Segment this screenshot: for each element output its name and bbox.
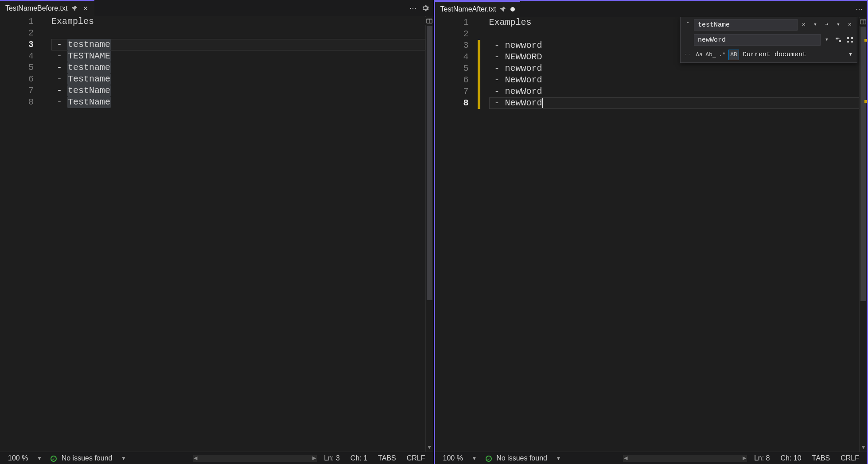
scroll-right-icon[interactable]: ▶: [312, 455, 316, 461]
zoom-dropdown-icon[interactable]: ▼: [35, 456, 43, 461]
cursor-line[interactable]: Ln: 3: [320, 454, 343, 462]
code-line[interactable]: - NewWord: [489, 97, 860, 109]
issues-status[interactable]: ✓ No issues found: [47, 454, 116, 462]
horizontal-scrollbar[interactable]: ◀ ▶: [623, 455, 747, 462]
line-number: 8: [0, 97, 34, 108]
replace-next-icon[interactable]: [833, 35, 844, 45]
zoom-level[interactable]: 100 %: [4, 454, 31, 462]
scroll-down-icon[interactable]: ▼: [860, 444, 867, 452]
line-number: 1: [0, 16, 34, 27]
split-editor-icon[interactable]: [859, 18, 867, 26]
code-line[interactable]: - Testname: [51, 73, 425, 85]
scroll-left-icon[interactable]: ◀: [624, 455, 627, 461]
issues-text: No issues found: [496, 454, 547, 462]
zoom-level[interactable]: 100 %: [440, 454, 467, 462]
code-content[interactable]: Examples - testname - TESTNAME - testnam…: [43, 16, 425, 452]
line-number: 7: [0, 85, 34, 97]
indent-mode[interactable]: TABS: [374, 454, 400, 462]
status-bar-left: 100 % ▼ ✓ No issues found ▼ ◀ ▶ Ln: 3 Ch…: [0, 452, 433, 464]
clear-search-icon[interactable]: ✕: [798, 19, 809, 30]
scroll-right-icon[interactable]: ▶: [743, 455, 746, 461]
line-number: 3: [0, 39, 34, 50]
code-line[interactable]: - newword: [489, 63, 860, 74]
code-line[interactable]: - testname: [51, 39, 425, 50]
line-number: 6: [0, 73, 34, 85]
tab-bar-right: TestNameAfter.txt ⋯: [435, 1, 868, 17]
editor-left[interactable]: 12345678 Examples - testname - TESTNAME …: [0, 16, 433, 452]
search-scope-dropdown[interactable]: Current document ▾: [740, 49, 855, 61]
ok-icon: ✓: [51, 456, 57, 462]
scroll-thumb[interactable]: [860, 27, 866, 301]
line-number-gutter: 12345678: [0, 16, 43, 452]
collapse-toggle-icon[interactable]: ˄: [682, 19, 693, 30]
line-number: 8: [435, 97, 469, 109]
code-line[interactable]: - TESTNAME: [51, 50, 425, 62]
ok-icon: ✓: [486, 456, 492, 462]
replace-all-icon[interactable]: [845, 35, 855, 45]
cursor-line[interactable]: Ln: 8: [751, 454, 774, 462]
pin-icon[interactable]: [71, 5, 78, 12]
tab-bar-left: TestNameBefore.txt ✕ ⋯: [0, 0, 433, 16]
line-number-gutter: 12345678: [435, 17, 478, 452]
scroll-thumb[interactable]: [427, 26, 432, 300]
line-number: 6: [435, 74, 469, 86]
line-number: 4: [0, 50, 34, 62]
line-number: 7: [435, 86, 469, 97]
code-line[interactable]: Examples: [51, 16, 425, 27]
find-next-icon[interactable]: ➔: [821, 19, 832, 30]
file-tab-left[interactable]: TestNameBefore.txt ✕: [0, 0, 94, 16]
issues-dropdown-icon[interactable]: ▼: [119, 456, 128, 461]
split-editor-icon[interactable]: [425, 17, 433, 25]
issues-text: No issues found: [62, 454, 113, 462]
use-regex-toggle[interactable]: .*: [717, 50, 728, 60]
eol-mode[interactable]: CRLF: [837, 454, 863, 462]
file-tab-right[interactable]: TestNameAfter.txt: [435, 1, 520, 17]
cursor-char[interactable]: Ch: 1: [347, 454, 371, 462]
more-icon[interactable]: ⋯: [854, 4, 864, 14]
replace-input[interactable]: [694, 34, 821, 46]
file-tab-title: TestNameBefore.txt: [5, 4, 68, 12]
scroll-left-icon[interactable]: ◀: [194, 455, 197, 461]
code-line[interactable]: - newWord: [489, 86, 860, 97]
unsaved-dot-icon[interactable]: [510, 7, 515, 12]
search-dropdown-icon[interactable]: ▾: [810, 19, 821, 30]
scroll-down-icon[interactable]: ▼: [426, 444, 433, 452]
gear-icon[interactable]: [420, 3, 431, 13]
line-number: 2: [435, 28, 469, 40]
vertical-scrollbar[interactable]: ▲ ▼: [859, 17, 867, 452]
issues-status[interactable]: ✓ No issues found: [482, 454, 551, 462]
code-line[interactable]: - testname: [51, 62, 425, 73]
zoom-dropdown-icon[interactable]: ▼: [470, 456, 479, 461]
status-bar-right: 100 % ▼ ✓ No issues found ▼ ◀ ▶ Ln: 8 Ch…: [435, 452, 868, 464]
pin-icon[interactable]: [500, 6, 507, 13]
editor-pane-right: TestNameAfter.txt ⋯ 12345678 Examples - …: [434, 0, 868, 464]
match-case-toggle[interactable]: Aa: [694, 50, 705, 60]
match-word-toggle[interactable]: Ab̲: [705, 50, 716, 60]
preserve-case-toggle[interactable]: AB: [728, 50, 739, 60]
editor-pane-left: TestNameBefore.txt ✕ ⋯ 12345678 Examples…: [0, 0, 434, 464]
close-panel-icon[interactable]: ✕: [845, 19, 855, 30]
line-number: 5: [435, 63, 469, 74]
code-content[interactable]: Examples - newword - NEWWORD - newword -…: [480, 17, 860, 452]
line-number: 5: [0, 62, 34, 73]
find-next-dropdown-icon[interactable]: ▾: [833, 19, 844, 30]
cursor-char[interactable]: Ch: 10: [777, 454, 805, 462]
more-icon[interactable]: ⋯: [408, 3, 418, 13]
code-line[interactable]: - NewWord: [489, 74, 860, 86]
editor-right[interactable]: 12345678 Examples - newword - NEWWORD - …: [435, 17, 868, 452]
vertical-scrollbar[interactable]: ▲ ▼: [425, 16, 433, 452]
indent-mode[interactable]: TABS: [809, 454, 834, 462]
search-scope-label: Current document: [743, 49, 806, 61]
drag-handle-icon[interactable]: ⋮⋮: [682, 49, 693, 61]
code-line[interactable]: - TestName: [51, 97, 425, 108]
code-line[interactable]: [51, 27, 425, 39]
eol-mode[interactable]: CRLF: [403, 454, 429, 462]
search-input[interactable]: [694, 19, 798, 31]
text-caret: [542, 98, 543, 108]
file-tab-title: TestNameAfter.txt: [440, 5, 496, 13]
issues-dropdown-icon[interactable]: ▼: [554, 456, 563, 461]
close-icon[interactable]: ✕: [82, 5, 89, 12]
horizontal-scrollbar[interactable]: ◀ ▶: [193, 455, 317, 462]
replace-dropdown-icon[interactable]: ▾: [821, 35, 832, 45]
code-line[interactable]: - testName: [51, 85, 425, 97]
